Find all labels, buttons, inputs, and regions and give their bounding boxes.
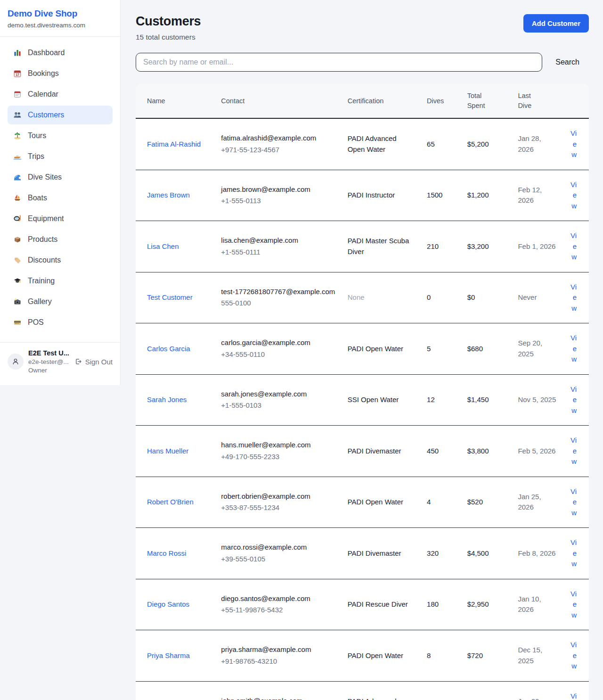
sign-out-button[interactable]: Sign Out	[74, 358, 113, 366]
view-link[interactable]: View	[570, 538, 577, 568]
sidebar-item-bookings[interactable]: 17 Bookings	[8, 64, 113, 83]
customer-name-link[interactable]: Diego Santos	[147, 600, 189, 608]
customer-name-link[interactable]: James Brown	[147, 191, 190, 199]
sidebar-item-label: Dive Sites	[28, 173, 62, 181]
view-link[interactable]: View	[570, 692, 577, 700]
view-link[interactable]: View	[570, 487, 577, 517]
table-row: Robert O'Brien robert.obrien@example.com…	[136, 477, 589, 528]
table-row: Fatima Al-Rashid fatima.alrashid@example…	[136, 118, 589, 170]
customer-email: james.brown@example.com	[221, 184, 336, 195]
sidebar-item-label: Customers	[28, 111, 64, 119]
page-header: Customers 15 total customers Add Custome…	[136, 14, 589, 41]
customer-total-spent: $2,950	[467, 600, 489, 608]
calendar-pad-icon	[13, 90, 22, 99]
customer-name-link[interactable]: Priya Sharma	[147, 651, 190, 659]
customer-dives: 4	[427, 498, 431, 506]
sidebar-item-discounts[interactable]: Discounts	[8, 251, 113, 270]
sign-out-icon	[74, 358, 82, 365]
shop-logo-block: Demo Dive Shop demo.test.divestreams.com	[0, 0, 120, 37]
customer-phone: +353-87-555-1234	[221, 502, 336, 513]
customer-dives: 0	[427, 293, 431, 301]
sidebar-item-tours[interactable]: Tours	[8, 126, 113, 145]
col-header-last-dive: Last Dive	[512, 84, 562, 118]
calendar-17-icon: 17	[13, 69, 22, 78]
table-row: Marco Rossi marco.rossi@example.com +39-…	[136, 528, 589, 579]
sidebar-item-training[interactable]: Training	[8, 272, 113, 290]
col-header-certification: Certification	[342, 84, 421, 118]
search-button[interactable]: Search	[542, 54, 589, 70]
sidebar-item-trips[interactable]: Trips	[8, 147, 113, 166]
camera-icon	[13, 297, 22, 306]
sidebar-item-boats[interactable]: Boats	[8, 189, 113, 207]
page-subtitle: 15 total customers	[136, 33, 201, 41]
customer-name-link[interactable]: Robert O'Brien	[147, 498, 194, 506]
sidebar-item-pos[interactable]: POS	[8, 313, 113, 332]
sidebar-item-label: POS	[28, 318, 44, 327]
customer-dives: 1500	[427, 191, 442, 199]
sidebar-item-dive-sites[interactable]: Dive Sites	[8, 168, 113, 187]
customer-total-spent: $0	[467, 293, 475, 301]
view-link[interactable]: View	[570, 231, 577, 261]
customer-email: diego.santos@example.com	[221, 593, 336, 604]
customer-name-link[interactable]: Carlos Garcia	[147, 345, 190, 353]
table-row: Priya Sharma priya.sharma@example.com +9…	[136, 630, 589, 682]
customer-last-dive: Dec 15, 2025	[518, 646, 542, 665]
sidebar-item-gallery[interactable]: Gallery	[8, 292, 113, 311]
sidebar-item-label: Boats	[28, 194, 47, 202]
view-link[interactable]: View	[570, 129, 577, 158]
customer-name-link[interactable]: Hans Mueller	[147, 447, 188, 455]
user-role: Owner	[28, 367, 70, 374]
sign-out-label: Sign Out	[85, 358, 113, 366]
sailboat-icon	[13, 194, 22, 202]
customer-total-spent: $1,200	[467, 191, 489, 199]
customer-certification: PADI Divemaster	[348, 447, 401, 455]
view-link[interactable]: View	[570, 181, 577, 210]
customer-certification: PADI Advanced Open Water	[348, 134, 397, 153]
sidebar-item-equipment[interactable]: Equipment	[8, 209, 113, 228]
table-header-row: Name Contact Certification Dives Total S…	[136, 84, 589, 118]
sidebar-item-customers[interactable]: Customers	[8, 106, 113, 124]
customer-name-link[interactable]: Sarah Jones	[147, 395, 187, 404]
view-link[interactable]: View	[570, 385, 577, 414]
sidebar-item-label: Dashboard	[28, 49, 65, 57]
table-row: Test Customer test-1772681807767@example…	[136, 272, 589, 323]
customer-last-dive: Jan 25, 2026	[518, 493, 541, 511]
table-row: Carlos Garcia carlos.garcia@example.com …	[136, 323, 589, 375]
sidebar-item-label: Tours	[28, 132, 46, 140]
view-link[interactable]: View	[570, 283, 577, 312]
search-input[interactable]	[136, 53, 542, 72]
customer-certification: PADI Master Scuba Diver	[348, 237, 409, 255]
tag-icon	[13, 256, 22, 264]
sidebar-item-products[interactable]: Products	[8, 230, 113, 249]
customer-total-spent: $520	[467, 498, 483, 506]
table-row: Lisa Chen lisa.chen@example.com +1-555-0…	[136, 221, 589, 272]
table-row: John Smith john.smith@example.com +1-555…	[136, 681, 589, 700]
sidebar: Demo Dive Shop demo.test.divestreams.com…	[0, 0, 121, 385]
sidebar-item-calendar[interactable]: Calendar	[8, 85, 113, 104]
customer-phone: +971-55-123-4567	[221, 145, 336, 156]
col-header-actions	[562, 84, 589, 118]
dive-mask-icon	[13, 214, 22, 223]
customer-name-link[interactable]: Lisa Chen	[147, 242, 179, 250]
user-email: e2e-tester@...	[28, 358, 70, 365]
customer-dives: 320	[427, 549, 439, 557]
customer-last-dive: Feb 1, 2026	[518, 242, 555, 250]
customer-last-dive: Jan 28, 2026	[518, 134, 541, 153]
customer-certification: PADI Open Water	[348, 498, 403, 506]
credit-card-icon	[13, 318, 22, 327]
customer-name-link[interactable]: Marco Rossi	[147, 549, 186, 557]
wave-icon	[13, 173, 22, 181]
customer-name-link[interactable]: Fatima Al-Rashid	[147, 140, 201, 148]
view-link[interactable]: View	[570, 590, 577, 619]
customers-table-card: Name Contact Certification Dives Total S…	[136, 84, 589, 700]
customer-phone: +55-11-99876-5432	[221, 605, 336, 616]
view-link[interactable]: View	[570, 641, 577, 670]
customer-dives: 180	[427, 600, 439, 608]
view-link[interactable]: View	[570, 436, 577, 465]
add-customer-button[interactable]: Add Customer	[523, 14, 589, 33]
sidebar-item-dashboard[interactable]: Dashboard	[8, 43, 113, 62]
table-row: Sarah Jones sarah.jones@example.com +1-5…	[136, 374, 589, 426]
view-link[interactable]: View	[570, 334, 577, 363]
customer-name-link[interactable]: Test Customer	[147, 293, 193, 301]
col-header-name: Name	[136, 84, 215, 118]
